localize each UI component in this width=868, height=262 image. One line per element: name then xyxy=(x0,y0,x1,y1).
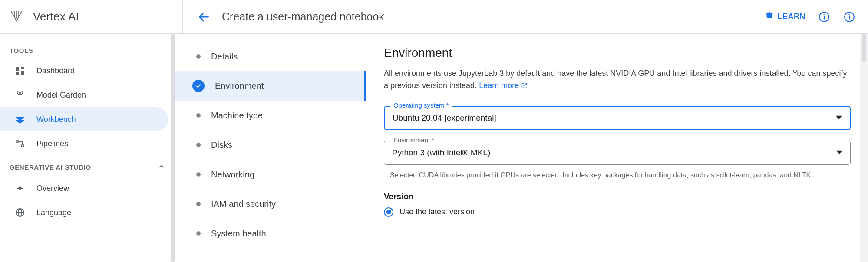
os-value: Ubuntu 20.04 [experimental] xyxy=(393,113,496,123)
step-dot-icon xyxy=(196,231,201,236)
os-field-label: Operating system * xyxy=(390,102,452,109)
sparkle-icon xyxy=(15,183,25,193)
step-check-icon xyxy=(192,80,205,92)
step-dot-icon xyxy=(196,172,201,177)
step-iam-security[interactable]: IAM and security xyxy=(175,189,366,219)
form-panel: Environment All environments use Jupyter… xyxy=(366,34,868,262)
step-disks[interactable]: Disks xyxy=(175,130,366,160)
version-radio-latest[interactable]: Use the latest version xyxy=(384,207,851,217)
step-label: IAM and security xyxy=(211,199,276,209)
section-description: All environments use JupyterLab 3 by def… xyxy=(384,68,851,93)
section-heading: Environment xyxy=(384,46,851,60)
radio-label: Use the latest version xyxy=(399,207,475,216)
nav-section-gen-ai-studio[interactable]: GENERATIVE AI STUDIO xyxy=(0,156,175,176)
svg-point-16 xyxy=(17,141,19,143)
step-machine-type[interactable]: Machine type xyxy=(175,101,366,130)
sprout-icon xyxy=(15,90,25,100)
learn-button[interactable]: LEARN xyxy=(765,11,806,23)
svg-point-11 xyxy=(849,14,849,15)
nav-item-workbench[interactable]: Workbench xyxy=(0,107,168,131)
topbar-right: Create a user-managed notebook LEARN xyxy=(182,0,868,33)
svg-rect-12 xyxy=(16,67,19,71)
topbar: Vertex AI Create a user-managed notebook… xyxy=(0,0,868,34)
os-select[interactable]: Ubuntu 20.04 [experimental] xyxy=(384,106,851,130)
external-link-icon xyxy=(521,81,528,93)
globe-icon xyxy=(15,207,25,218)
info-button-1[interactable] xyxy=(818,10,831,23)
svg-point-8 xyxy=(824,14,824,15)
chevron-up-icon xyxy=(158,163,165,172)
nav-item-overview[interactable]: Overview xyxy=(0,176,168,200)
step-label: Machine type xyxy=(211,111,263,121)
nav-label: Language xyxy=(36,208,71,217)
topbar-left: Vertex AI xyxy=(0,0,182,33)
step-dot-icon xyxy=(196,113,201,118)
svg-rect-14 xyxy=(21,71,24,75)
nav-label: Overview xyxy=(36,184,69,193)
nav-item-model-garden[interactable]: Model Garden xyxy=(0,83,168,107)
step-dot-icon xyxy=(196,54,201,59)
step-dot-icon xyxy=(196,202,201,206)
svg-point-17 xyxy=(22,145,24,147)
nav-section-label: GENERATIVE AI STUDIO xyxy=(10,164,91,171)
env-field-label: Environment * xyxy=(390,136,438,144)
nav-label: Pipelines xyxy=(36,139,68,148)
dashboard-icon xyxy=(15,66,25,76)
version-heading: Version xyxy=(384,192,851,201)
radio-selected-icon xyxy=(384,207,393,217)
vertex-ai-logo-icon xyxy=(10,9,23,25)
env-value: Python 3 (with Intel® MKL) xyxy=(392,148,490,157)
nav-item-language[interactable]: Language xyxy=(0,200,168,225)
step-label: Disks xyxy=(211,140,232,150)
step-system-health[interactable]: System health xyxy=(175,219,366,248)
workbench-icon xyxy=(15,114,25,124)
back-button[interactable] xyxy=(198,11,210,23)
learn-label: LEARN xyxy=(778,12,806,21)
step-environment[interactable]: Environment xyxy=(175,71,366,101)
product-name: Vertex AI xyxy=(33,10,79,23)
step-details[interactable]: Details xyxy=(175,42,366,71)
svg-rect-15 xyxy=(16,72,19,75)
left-nav: TOOLS Dashboard Model Garden Workbench xyxy=(0,34,175,262)
caret-down-icon xyxy=(836,113,842,123)
env-helper-text: Selected CUDA libraries provided if GPUs… xyxy=(390,170,851,180)
nav-item-dashboard[interactable]: Dashboard xyxy=(0,59,168,83)
nav-label: Model Garden xyxy=(36,91,86,100)
stepper: Details Environment Machine type Disks N… xyxy=(175,34,366,262)
info-button-2[interactable] xyxy=(843,10,856,23)
step-label: Networking xyxy=(211,170,254,180)
scrollbar-track[interactable] xyxy=(860,34,868,262)
caret-down-icon xyxy=(836,148,842,157)
step-label: Environment xyxy=(215,81,264,91)
learn-more-link[interactable]: Learn more xyxy=(479,81,528,90)
pipelines-icon xyxy=(15,138,25,149)
nav-item-pipelines[interactable]: Pipelines xyxy=(0,131,168,156)
step-networking[interactable]: Networking xyxy=(175,160,366,189)
env-select[interactable]: Python 3 (with Intel® MKL) xyxy=(384,141,851,165)
nav-label: Dashboard xyxy=(36,66,75,75)
step-label: System health xyxy=(211,229,266,239)
page-title: Create a user-managed notebook xyxy=(222,10,752,23)
step-label: Details xyxy=(211,52,238,62)
nav-section-tools: TOOLS xyxy=(0,40,175,59)
nav-label: Workbench xyxy=(36,115,76,124)
svg-rect-13 xyxy=(21,67,24,69)
env-field: Environment * Python 3 (with Intel® MKL) xyxy=(384,141,851,165)
step-dot-icon xyxy=(196,143,201,147)
os-field: Operating system * Ubuntu 20.04 [experim… xyxy=(384,106,851,130)
graduation-cap-icon xyxy=(765,11,774,23)
